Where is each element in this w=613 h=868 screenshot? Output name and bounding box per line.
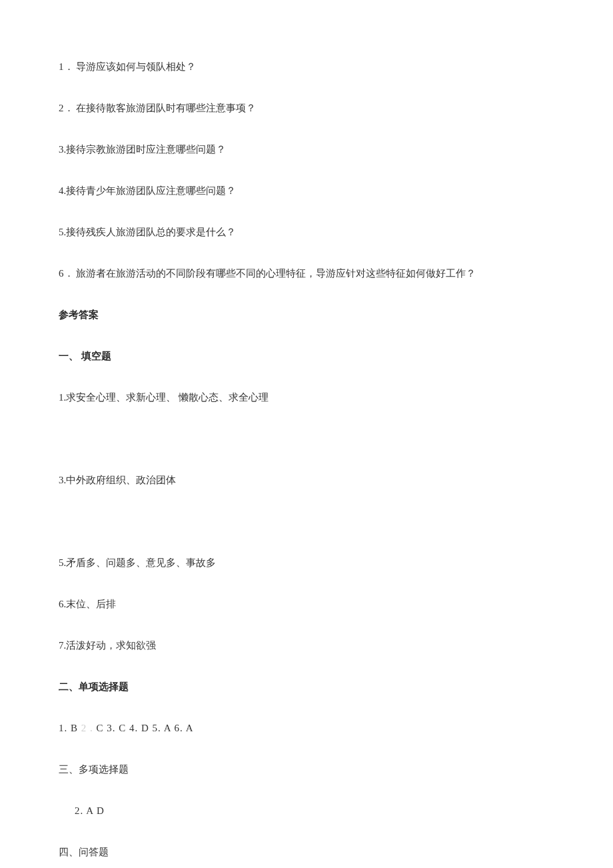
fill-blank-answer-3: 3.中外政府组织、政治团体 — [59, 472, 554, 488]
section-2-heading: 二、单项选择题 — [59, 679, 554, 695]
fill-blank-answer-4-blank — [59, 513, 554, 529]
question-1: 1． 导游应该如何与领队相处？ — [59, 59, 554, 75]
question-4: 4.接待青少年旅游团队应注意哪些问题？ — [59, 183, 554, 199]
fill-blank-answer-2-blank — [59, 431, 554, 447]
single-choice-faint: 2 . — [81, 723, 93, 733]
fill-blank-answer-5: 5.矛盾多、问题多、意见多、事故多 — [59, 555, 554, 571]
multi-choice-answer-2: 2. A D — [59, 803, 554, 819]
single-choice-suffix: C 3. C 4. D 5. A 6. A — [93, 723, 194, 733]
question-3: 3.接待宗教旅游团时应注意哪些问题？ — [59, 141, 554, 157]
question-6: 6． 旅游者在旅游活动的不同阶段有哪些不同的心理特征，导游应针对这些特征如何做好… — [59, 265, 554, 281]
fill-blank-answer-7: 7.活泼好动，求知欲强 — [59, 637, 554, 653]
answers-heading: 参考答案 — [59, 307, 554, 323]
question-5: 5.接待残疾人旅游团队总的要求是什么？ — [59, 224, 554, 240]
section-1-heading: 一、 填空题 — [59, 348, 554, 364]
question-2: 2． 在接待散客旅游团队时有哪些注意事项？ — [59, 100, 554, 116]
section-4-heading: 四、问答题 — [59, 844, 554, 860]
single-choice-prefix: 1. B — [59, 723, 81, 733]
section-3-heading: 三、多项选择题 — [59, 761, 554, 777]
fill-blank-answer-1: 1.求安全心理、求新心理、 懒散心态、求全心理 — [59, 389, 554, 405]
single-choice-answers: 1. B 2 . C 3. C 4. D 5. A 6. A — [59, 720, 554, 736]
fill-blank-answer-6: 6.末位、后排 — [59, 596, 554, 612]
